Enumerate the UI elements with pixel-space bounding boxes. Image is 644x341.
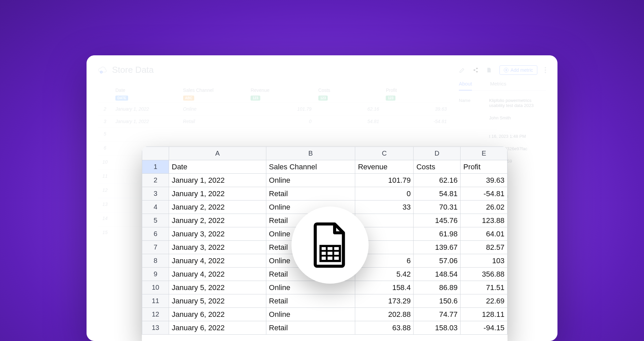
cell[interactable]: 158.4 bbox=[355, 281, 414, 294]
meta-name: Klipfolio powermetrics usability test da… bbox=[489, 98, 546, 108]
row-header[interactable]: 2 bbox=[142, 174, 169, 187]
cell[interactable]: 356.88 bbox=[461, 268, 507, 281]
cell[interactable]: 86.89 bbox=[414, 281, 461, 294]
cell[interactable]: 22.69 bbox=[461, 294, 507, 308]
row-header[interactable]: 1 bbox=[142, 160, 169, 174]
row-header[interactable]: 10 bbox=[142, 281, 169, 294]
cell[interactable]: January 3, 2022 bbox=[169, 227, 266, 241]
cell[interactable]: Revenue bbox=[355, 160, 414, 174]
cell[interactable]: Sales Channel bbox=[266, 160, 355, 174]
cell[interactable]: January 4, 2022 bbox=[169, 254, 266, 268]
tab-about[interactable]: About bbox=[459, 81, 472, 91]
col-c[interactable]: C bbox=[355, 147, 414, 160]
cell[interactable]: Costs bbox=[414, 160, 461, 174]
meta-owner: John Smith bbox=[489, 115, 546, 120]
cell[interactable]: 139.67 bbox=[414, 241, 461, 254]
cell[interactable]: 61.98 bbox=[414, 227, 461, 241]
document-icon[interactable] bbox=[486, 67, 492, 73]
cell[interactable]: 54.81 bbox=[414, 187, 461, 201]
row-header[interactable]: 9 bbox=[142, 268, 169, 281]
cell[interactable]: 71.51 bbox=[461, 281, 507, 294]
cell[interactable]: January 5, 2022 bbox=[169, 281, 266, 294]
col-a[interactable]: A bbox=[169, 147, 266, 160]
row-header[interactable]: 3 bbox=[142, 187, 169, 201]
col-d[interactable]: D bbox=[414, 147, 461, 160]
cell[interactable]: 5.42 bbox=[355, 268, 414, 281]
cell[interactable]: 64.01 bbox=[461, 227, 507, 241]
cell[interactable]: Retail bbox=[266, 187, 355, 201]
cell[interactable]: 82.57 bbox=[461, 241, 507, 254]
edit-icon[interactable] bbox=[459, 67, 465, 73]
cell[interactable]: 57.06 bbox=[414, 254, 461, 268]
cell[interactable]: January 2, 2022 bbox=[169, 201, 266, 214]
cell[interactable]: 123.88 bbox=[461, 214, 507, 227]
table-row[interactable]: 3January 1, 2022Retail054.81-54.81 bbox=[142, 187, 507, 201]
cell[interactable]: January 3, 2022 bbox=[169, 241, 266, 254]
cell[interactable]: Online bbox=[266, 308, 355, 321]
cell[interactable]: 148.54 bbox=[414, 268, 461, 281]
row-header[interactable]: 12 bbox=[142, 308, 169, 321]
cell[interactable]: January 6, 2022 bbox=[169, 321, 266, 335]
cell[interactable]: 33 bbox=[355, 201, 414, 214]
col-date: Date bbox=[115, 88, 176, 93]
cell[interactable]: -54.81 bbox=[461, 187, 507, 201]
table-row[interactable]: 1DateSales ChannelRevenueCostsProfit bbox=[142, 160, 507, 174]
svg-point-2 bbox=[476, 68, 478, 69]
col-e[interactable]: E bbox=[461, 147, 507, 160]
table-row: 3January 1, 2022Retail054.81-54.81 bbox=[98, 115, 450, 127]
cell[interactable]: January 4, 2022 bbox=[169, 268, 266, 281]
table-row[interactable]: 11January 5, 2022Retail173.29150.622.69 bbox=[142, 294, 507, 308]
cell[interactable]: Online bbox=[266, 281, 355, 294]
cell[interactable]: Retail bbox=[266, 321, 355, 335]
svg-rect-4 bbox=[320, 246, 340, 261]
app-header: Store Data Add metric bbox=[98, 65, 546, 75]
svg-point-1 bbox=[474, 69, 475, 71]
cell[interactable]: 62.16 bbox=[414, 174, 461, 187]
cell[interactable]: 158.03 bbox=[414, 321, 461, 335]
cell[interactable]: 150.6 bbox=[414, 294, 461, 308]
cell[interactable] bbox=[355, 214, 414, 227]
row-header[interactable]: 13 bbox=[142, 321, 169, 335]
row-header[interactable]: 7 bbox=[142, 241, 169, 254]
cell[interactable]: 63.88 bbox=[355, 321, 414, 335]
share-icon[interactable] bbox=[473, 67, 479, 73]
row-header[interactable]: 11 bbox=[142, 294, 169, 308]
cell[interactable]: Online bbox=[266, 174, 355, 187]
cell[interactable]: January 1, 2022 bbox=[169, 187, 266, 201]
cell[interactable]: Date bbox=[169, 160, 266, 174]
cell[interactable]: Profit bbox=[461, 160, 507, 174]
col-b[interactable]: B bbox=[266, 147, 355, 160]
corner-cell[interactable] bbox=[142, 147, 169, 160]
cell[interactable]: 39.63 bbox=[461, 174, 507, 187]
cell[interactable]: January 2, 2022 bbox=[169, 214, 266, 227]
cell[interactable]: 70.31 bbox=[414, 201, 461, 214]
cell[interactable]: 101.79 bbox=[355, 174, 414, 187]
plus-circle-icon bbox=[504, 68, 508, 72]
cell[interactable]: 173.29 bbox=[355, 294, 414, 308]
cell[interactable]: 74.77 bbox=[414, 308, 461, 321]
add-metric-button[interactable]: Add metric bbox=[499, 65, 537, 75]
table-row[interactable]: 2January 1, 2022Online101.7962.1639.63 bbox=[142, 174, 507, 187]
cloud-logo-icon bbox=[98, 66, 107, 74]
cell[interactable]: 145.76 bbox=[414, 214, 461, 227]
cell[interactable]: 202.88 bbox=[355, 308, 414, 321]
cell[interactable]: January 6, 2022 bbox=[169, 308, 266, 321]
cell[interactable]: January 1, 2022 bbox=[169, 174, 266, 187]
cell[interactable]: January 5, 2022 bbox=[169, 294, 266, 308]
cell[interactable]: 0 bbox=[355, 187, 414, 201]
col-profit: Profit bbox=[386, 88, 447, 93]
row-header[interactable]: 5 bbox=[142, 214, 169, 227]
cell[interactable]: 128.11 bbox=[461, 308, 507, 321]
row-header[interactable]: 6 bbox=[142, 227, 169, 241]
table-row[interactable]: 12January 6, 2022Online202.8874.77128.11 bbox=[142, 308, 507, 321]
cell[interactable]: 26.02 bbox=[461, 201, 507, 214]
row-header[interactable]: 8 bbox=[142, 254, 169, 268]
more-menu-button[interactable] bbox=[545, 67, 546, 73]
cell[interactable]: Retail bbox=[266, 294, 355, 308]
row-header[interactable]: 4 bbox=[142, 201, 169, 214]
cell[interactable]: -94.15 bbox=[461, 321, 507, 335]
page-title: Store Data bbox=[112, 65, 154, 75]
tab-metrics[interactable]: Metrics bbox=[490, 81, 506, 90]
table-row[interactable]: 13January 6, 2022Retail63.88158.03-94.15 bbox=[142, 321, 507, 335]
cell[interactable]: 103 bbox=[461, 254, 507, 268]
